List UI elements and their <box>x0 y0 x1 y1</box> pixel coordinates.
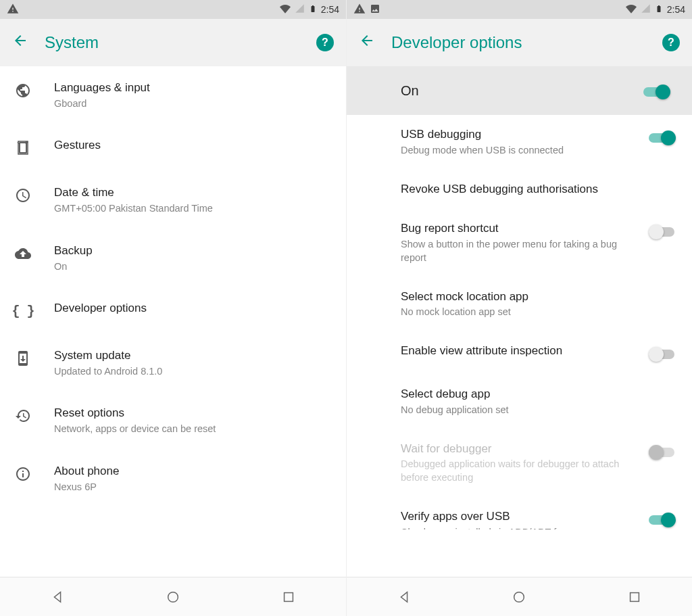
svg-point-2 <box>27 142 28 143</box>
revoke-usb-auth-row[interactable]: Revoke USB debugging authorisations <box>347 170 692 210</box>
view-attr-toggle[interactable] <box>649 346 677 362</box>
svg-rect-6 <box>630 592 639 601</box>
row-title: Select mock location app <box>401 289 677 305</box>
clock-icon <box>14 186 32 205</box>
status-bar: 2:54 <box>0 0 346 19</box>
nav-recent[interactable] <box>627 590 642 605</box>
svg-point-5 <box>514 592 524 602</box>
reset-options-row[interactable]: Reset options Network, apps or device ca… <box>0 392 346 449</box>
nav-home[interactable] <box>166 590 180 605</box>
row-subtitle: No mock location app set <box>401 306 677 319</box>
usb-debugging-toggle[interactable] <box>649 130 677 146</box>
developer-options-screen: 2:54 Developer options ? On USB debuggin… <box>346 0 692 616</box>
nav-home[interactable] <box>512 590 526 605</box>
row-title: USB debugging <box>401 127 639 143</box>
row-subtitle: GMT+05:00 Pakistan Standard Time <box>54 202 332 216</box>
view-attribute-inspection-row[interactable]: Enable view attribute inspection <box>347 331 692 375</box>
status-time: 2:54 <box>321 4 339 15</box>
master-toggle-row[interactable]: On <box>347 66 692 115</box>
image-icon <box>370 3 380 16</box>
wait-debugger-toggle <box>649 444 677 460</box>
row-title: Select debug app <box>401 387 677 402</box>
row-subtitle: Debugged application waits for debugger … <box>401 458 639 484</box>
settings-list: Languages & input Gboard Gestures Date &… <box>0 66 346 577</box>
help-button[interactable]: ? <box>316 34 334 51</box>
row-subtitle: On <box>54 260 332 274</box>
signal-icon <box>295 3 305 16</box>
row-title: System update <box>54 348 332 364</box>
row-title: About phone <box>54 463 332 479</box>
usb-debugging-row[interactable]: USB debugging Debug mode when USB is con… <box>347 115 692 170</box>
braces-icon: { } <box>14 302 32 321</box>
verify-apps-usb-row[interactable]: Verify apps over USB Check apps installe… <box>347 497 692 529</box>
svg-rect-4 <box>284 592 293 601</box>
help-button[interactable]: ? <box>662 34 680 51</box>
wifi-icon <box>280 3 291 16</box>
mock-location-row[interactable]: Select mock location app No mock locatio… <box>347 277 692 332</box>
row-subtitle: Check apps installed via ADB/ADT for <box>401 526 639 529</box>
verify-apps-toggle[interactable] <box>649 512 677 528</box>
info-icon <box>14 465 32 483</box>
row-title: Revoke USB debugging authorisations <box>401 182 677 197</box>
row-title: Enable view attribute inspection <box>401 343 639 359</box>
app-bar: System ? <box>0 19 346 66</box>
warning-icon <box>353 3 366 17</box>
nav-recent[interactable] <box>281 590 296 605</box>
row-title: Languages & input <box>54 80 332 96</box>
master-toggle[interactable] <box>643 84 672 100</box>
bug-report-toggle[interactable] <box>649 224 677 240</box>
restore-icon <box>14 406 32 425</box>
page-title: Developer options <box>391 33 646 52</box>
wifi-icon <box>626 3 637 16</box>
svg-point-3 <box>168 592 178 602</box>
svg-point-1 <box>26 143 27 144</box>
row-title: Developer options <box>54 300 332 316</box>
warning-icon <box>7 3 19 17</box>
system-settings-screen: 2:54 System ? Languages & input Gboard G… <box>0 0 346 616</box>
row-subtitle: Updated to Android 8.1.0 <box>54 365 332 379</box>
svg-rect-0 <box>20 143 26 153</box>
signal-icon <box>641 3 651 16</box>
gestures-icon <box>14 139 32 158</box>
row-subtitle: Debug mode when USB is connected <box>401 144 639 158</box>
system-update-icon <box>14 349 32 368</box>
gestures-row[interactable]: Gestures <box>0 124 346 171</box>
status-bar: 2:54 <box>347 0 692 19</box>
back-button[interactable] <box>359 32 375 53</box>
dev-options-list: On USB debugging Debug mode when USB is … <box>347 66 692 577</box>
bug-report-shortcut-row[interactable]: Bug report shortcut Show a button in the… <box>347 209 692 277</box>
battery-icon <box>655 3 663 17</box>
row-subtitle: Nexus 6P <box>54 481 332 494</box>
row-title: Bug report shortcut <box>401 221 639 237</box>
back-button[interactable] <box>12 32 28 53</box>
wait-for-debugger-row: Wait for debugger Debugged application w… <box>347 429 692 497</box>
row-title: Gestures <box>54 137 332 153</box>
globe-icon <box>14 81 32 100</box>
nav-bar <box>0 577 346 616</box>
about-phone-row[interactable]: About phone Nexus 6P <box>0 450 346 507</box>
languages-input-row[interactable]: Languages & input Gboard <box>0 66 346 124</box>
battery-icon <box>309 3 317 17</box>
row-title: Date & time <box>54 185 332 201</box>
select-debug-app-row[interactable]: Select debug app No debug application se… <box>347 375 692 429</box>
row-subtitle: Show a button in the power menu for taki… <box>401 238 639 264</box>
nav-bar <box>347 577 692 616</box>
date-time-row[interactable]: Date & time GMT+05:00 Pakistan Standard … <box>0 171 346 229</box>
master-toggle-label: On <box>401 83 643 99</box>
backup-row[interactable]: Backup On <box>0 229 346 287</box>
row-subtitle: Gboard <box>54 97 332 111</box>
row-subtitle: Network, apps or device can be reset <box>54 423 332 436</box>
page-title: System <box>45 33 300 52</box>
cloud-upload-icon <box>14 244 32 263</box>
row-title: Verify apps over USB <box>401 509 639 525</box>
app-bar: Developer options ? <box>347 19 692 66</box>
row-subtitle: No debug application set <box>401 404 677 417</box>
developer-options-row[interactable]: { } Developer options <box>0 287 346 334</box>
row-title: Reset options <box>54 405 332 421</box>
row-title: Backup <box>54 243 332 259</box>
nav-back[interactable] <box>397 590 412 605</box>
system-update-row[interactable]: System update Updated to Android 8.1.0 <box>0 334 346 392</box>
status-time: 2:54 <box>667 4 685 15</box>
nav-back[interactable] <box>50 590 65 605</box>
row-title: Wait for debugger <box>401 442 639 457</box>
